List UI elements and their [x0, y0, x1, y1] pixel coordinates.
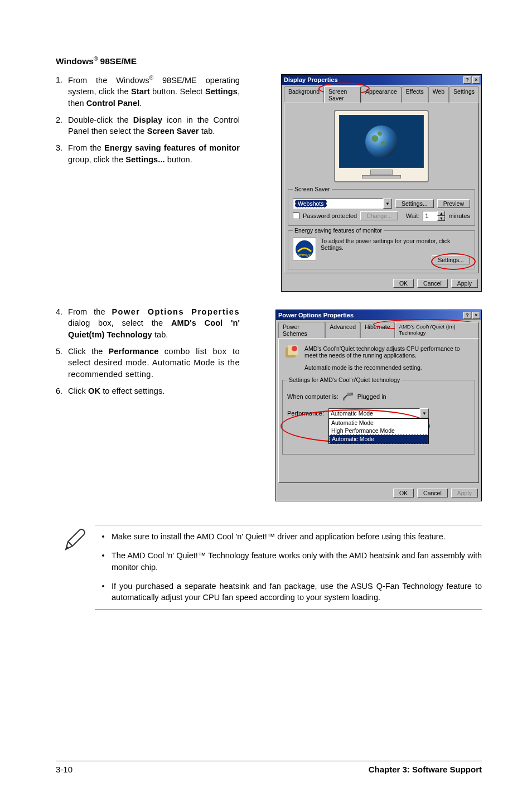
group-title: Screen Saver — [293, 186, 332, 192]
tab-screen-saver[interactable]: Screen Saver — [324, 86, 361, 103]
tab-row: Background Screen Saver Appearance Effec… — [282, 85, 481, 103]
t: dialog box, select the — [68, 318, 171, 327]
close-icon[interactable]: × — [472, 312, 480, 319]
chevron-down-icon[interactable]: ▼ — [420, 408, 429, 418]
cancel-button[interactable]: Cancel — [417, 279, 448, 288]
tab-settings[interactable]: Settings — [449, 86, 479, 103]
t: group, click the — [68, 155, 125, 164]
t: From the Windows — [68, 76, 149, 85]
bold: Settings... — [125, 155, 165, 164]
bold: Control Panel — [86, 99, 140, 108]
cnq-settings-group: Settings for AMD's Cool'n'Quiet technolo… — [282, 380, 475, 455]
display-properties-dialog: Display Properties ? × Background Screen… — [281, 74, 482, 292]
title-bar: Display Properties ? × — [282, 75, 481, 85]
chevron-down-icon[interactable]: ▼ — [383, 199, 392, 209]
dialog-title: Display Properties — [284, 76, 338, 83]
tab-background[interactable]: Background — [284, 86, 324, 103]
note-pen-icon — [56, 525, 95, 609]
power-options-dialog: Power Options Properties ? × Power Schem… — [275, 310, 482, 501]
svg-point-4 — [292, 346, 297, 351]
heading-suffix: 98SE/ME — [98, 56, 137, 66]
when-label: When computer is: — [287, 393, 338, 400]
apply-button: Apply — [451, 489, 478, 497]
help-icon[interactable]: ? — [463, 312, 471, 319]
energy-text: To adjust the power settings for your mo… — [321, 238, 470, 251]
step-num: 2. — [56, 114, 68, 137]
change-button: Change... — [360, 211, 398, 220]
tab-amd-cnq[interactable]: AMD's Cool'n'Quiet (tm) Technology — [395, 322, 479, 338]
plug-icon — [342, 390, 354, 403]
preview-button[interactable]: Preview — [437, 199, 470, 208]
note-text: The AMD Cool 'n' Quiet!™ Technology feat… — [112, 550, 482, 573]
wait-label: Wait: — [406, 212, 420, 219]
t: to effect settings. — [100, 386, 165, 395]
step-num: 5. — [56, 346, 68, 380]
bullet-icon: • — [95, 581, 112, 603]
bullet-icon: • — [95, 550, 112, 573]
tab-row: Power Schemes Advanced Hibernate AMD's C… — [276, 320, 481, 338]
tab-web[interactable]: Web — [428, 86, 449, 103]
heading-win98: Windows® 98SE/ME — [56, 56, 482, 66]
tab-advanced[interactable]: Advanced — [325, 322, 360, 338]
energy-star-icon: energy — [293, 238, 316, 261]
screensaver-select[interactable]: Webshots — [293, 199, 383, 209]
t: tab. — [199, 127, 215, 136]
screen-saver-group: Screen Saver Webshots ▼ Settings... Prev… — [288, 189, 475, 226]
step-num: 4. — [56, 306, 68, 340]
cancel-button[interactable]: Cancel — [417, 489, 448, 497]
step-num: 1. — [56, 74, 68, 109]
perf-option[interactable]: High Performance Mode — [329, 427, 428, 434]
title-bar: Power Options Properties ? × — [276, 310, 481, 320]
bold: Display — [133, 115, 162, 124]
wait-unit: minutes — [448, 212, 470, 219]
group-title: Settings for AMD's Cool'n'Quiet technolo… — [287, 376, 402, 383]
tab-panel: Screen Saver Webshots ▼ Settings... Prev… — [284, 103, 479, 273]
ok-button[interactable]: OK — [393, 279, 414, 288]
close-icon[interactable]: × — [472, 76, 480, 84]
bold: Screen Saver — [147, 127, 199, 136]
note-text: If you purchased a separate heatsink and… — [112, 581, 482, 603]
tab-panel: AMD's Cool'n'Quiet technology adjusts CP… — [278, 338, 479, 483]
password-checkbox[interactable] — [293, 212, 299, 219]
ok-button[interactable]: OK — [393, 489, 414, 497]
perf-option[interactable]: Automatic Mode — [329, 419, 428, 427]
tab-hibernate[interactable]: Hibernate — [360, 322, 395, 338]
section2-text: 4. From the Power Options Properties dia… — [56, 306, 240, 501]
energy-settings-button[interactable]: Settings... — [432, 255, 470, 264]
help-icon[interactable]: ? — [463, 76, 471, 84]
auto-text: Automatic mode is the recommended settin… — [282, 363, 475, 375]
info-icon — [284, 345, 299, 360]
dialog-title: Power Options Properties — [278, 312, 354, 318]
wait-spinner[interactable]: 1 ▲▼ — [423, 211, 445, 221]
step-1-body: From the Windows® 98SE/ME operating syst… — [68, 74, 240, 109]
monitor-preview — [334, 110, 429, 182]
bold: OK — [88, 386, 100, 395]
group-title: Energy saving features of monitor — [293, 227, 384, 234]
svg-text:energy: energy — [298, 253, 311, 257]
t: From the — [68, 143, 104, 152]
t: Double-click the — [68, 115, 133, 124]
tab-effects[interactable]: Effects — [402, 86, 428, 103]
apply-button[interactable]: Apply — [451, 279, 478, 288]
bold: Energy saving features of monitor — [104, 143, 240, 152]
t: . — [139, 99, 142, 108]
t: From the — [68, 307, 112, 316]
earth-icon — [365, 125, 398, 158]
bullet-icon: • — [95, 531, 112, 542]
bold: Performance — [109, 347, 159, 356]
chevron-down-icon[interactable]: ▼ — [437, 216, 445, 221]
svg-rect-5 — [347, 393, 351, 396]
chevron-up-icon[interactable]: ▲ — [437, 211, 445, 216]
step-5-body: Click the Performance combo list box to … — [68, 346, 240, 380]
tab-power-schemes[interactable]: Power Schemes — [278, 322, 325, 338]
when-value: Plugged in — [357, 393, 386, 400]
ss-settings-button[interactable]: Settings... — [395, 199, 434, 208]
step-3-body: From the Energy saving features of monit… — [68, 142, 240, 165]
tab-appearance[interactable]: Appearance — [361, 86, 402, 103]
performance-select[interactable]: Automatic Mode — [328, 408, 420, 418]
perf-option-selected[interactable]: Automatic Mode — [329, 434, 428, 443]
bold: Start — [131, 87, 150, 96]
wait-value[interactable]: 1 — [423, 211, 437, 221]
t: Click the — [68, 347, 109, 356]
t: button. Select — [150, 87, 205, 96]
